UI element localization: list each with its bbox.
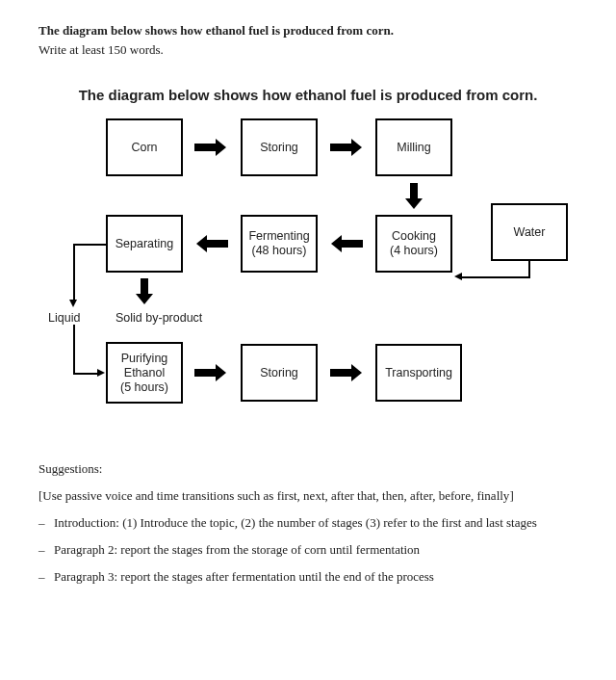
arrow-icon: [194, 369, 216, 377]
diagram-title: The diagram below shows how ethanol fuel…: [38, 87, 578, 103]
line: [73, 244, 75, 301]
arrow-icon: [141, 278, 148, 294]
box-transporting-label: Transporting: [385, 366, 452, 380]
label-liquid: Liquid: [48, 311, 80, 325]
box-corn: Corn: [106, 118, 183, 176]
box-milling: Milling: [375, 118, 452, 176]
arrow-icon: [330, 144, 351, 151]
box-storing-2-label: Storing: [260, 366, 298, 380]
box-water-label: Water: [514, 225, 546, 240]
suggestions-heading: Suggestions:: [38, 461, 578, 477]
box-water: Water: [491, 203, 568, 261]
suggestion-item: Paragraph 3: report the stages after fer…: [38, 569, 578, 585]
box-purifying-sub: Ethanol: [124, 366, 165, 380]
box-fermenting: Fermenting (48 hours): [241, 215, 318, 273]
line: [73, 325, 75, 375]
arrow-icon: [330, 369, 351, 377]
prompt-subtitle: Write at least 150 words.: [38, 42, 578, 58]
line: [73, 244, 106, 246]
box-separating-label: Separating: [116, 237, 173, 251]
arrow-icon: [97, 369, 105, 377]
box-purifying-label: Purifying: [121, 352, 168, 366]
process-diagram: Corn Storing Milling Water Cooking (4 ho…: [38, 118, 578, 436]
suggestion-item: Paragraph 2: report the stages from the …: [38, 542, 578, 558]
arrow-icon: [454, 273, 462, 280]
box-cooking-label: Cooking: [392, 229, 436, 244]
line: [462, 276, 530, 278]
label-solid-byproduct: Solid by-product: [116, 311, 202, 325]
box-storing-1-label: Storing: [260, 141, 298, 155]
arrow-icon: [410, 183, 418, 198]
suggestion-item: Introduction: (1) Introduce the topic, (…: [38, 515, 578, 531]
arrow-icon: [69, 300, 77, 307]
box-cooking: Cooking (4 hours): [375, 215, 452, 273]
arrow-icon: [194, 144, 216, 151]
arrow-icon: [207, 240, 228, 248]
suggestions-section: Suggestions: Use passive voice and time …: [38, 461, 578, 585]
prompt-title: The diagram below shows how ethanol fuel…: [38, 23, 578, 39]
arrow-icon: [342, 240, 363, 248]
box-purifying-time: (5 hours): [120, 380, 168, 395]
box-storing-2: Storing: [241, 344, 318, 402]
box-storing-1: Storing: [241, 118, 318, 176]
box-purifying: Purifying Ethanol (5 hours): [106, 342, 183, 404]
box-milling-label: Milling: [397, 141, 430, 155]
box-cooking-time: (4 hours): [390, 244, 438, 258]
box-fermenting-label: Fermenting: [248, 229, 309, 244]
line: [73, 373, 99, 375]
box-transporting: Transporting: [375, 344, 462, 402]
suggestions-note: Use passive voice and time transitions s…: [38, 488, 578, 504]
box-corn-label: Corn: [131, 141, 157, 155]
box-fermenting-time: (48 hours): [252, 244, 307, 258]
box-separating: Separating: [106, 215, 183, 273]
